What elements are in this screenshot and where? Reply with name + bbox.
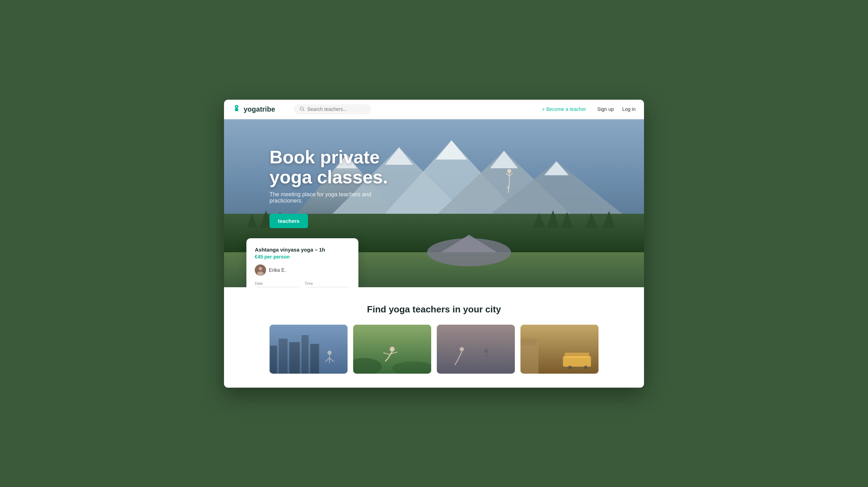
date-input[interactable] — [255, 287, 300, 287]
search-bar[interactable] — [294, 104, 371, 114]
city-card-4[interactable] — [520, 325, 598, 374]
booking-card: Ashtanga vinyasa yoga – 1h €45 per perso… — [246, 238, 358, 287]
city-card-3[interactable] — [437, 325, 515, 374]
section-title: Find yoga teachers in your city — [270, 304, 598, 315]
city-card-bg-1 — [270, 325, 348, 374]
svg-point-0 — [236, 106, 237, 107]
login-button[interactable]: Log in — [622, 106, 636, 112]
booking-teacher-row: Erika E. — [255, 264, 350, 276]
teacher-name: Erika E. — [269, 267, 286, 273]
svg-point-52 — [460, 347, 464, 351]
search-icon — [300, 106, 304, 112]
city-card-bg-2 — [353, 325, 431, 374]
svg-point-34 — [257, 271, 264, 276]
logo-text: yogatribe — [244, 105, 275, 113]
svg-point-33 — [259, 267, 262, 270]
city-section: Find yoga teachers in your city — [224, 287, 644, 388]
become-teacher-link[interactable]: + Become a teacher — [542, 106, 586, 112]
svg-rect-59 — [565, 353, 589, 358]
date-field-group: Date — [255, 281, 300, 287]
logo-icon — [232, 104, 241, 114]
svg-rect-51 — [437, 325, 515, 374]
hero-subtitle: The meeting place for yoga teachers and … — [270, 191, 402, 204]
time-label: Time — [304, 281, 350, 285]
svg-rect-36 — [270, 346, 277, 374]
svg-rect-57 — [520, 339, 537, 346]
hero-section: Book private yoga classes. The meeting p… — [224, 119, 644, 287]
svg-rect-56 — [520, 342, 539, 374]
time-field-group: Time — [304, 281, 350, 287]
hero-title: Book private yoga classes. — [270, 147, 424, 187]
city-cards-row — [270, 325, 598, 374]
hero-cta-row: teachers — [270, 214, 644, 228]
svg-point-61 — [584, 366, 588, 369]
teacher-avatar — [255, 264, 266, 276]
svg-point-41 — [328, 351, 332, 355]
explore-teachers-button[interactable]: teachers — [270, 214, 308, 228]
svg-point-60 — [568, 366, 572, 369]
svg-line-2 — [303, 110, 304, 111]
booking-card-price: €45 per person — [255, 254, 350, 260]
city-card-2[interactable] — [353, 325, 431, 374]
city-card-1[interactable] — [270, 325, 348, 374]
signup-button[interactable]: Sign up — [597, 106, 614, 112]
booking-card-title: Ashtanga vinyasa yoga – 1h — [255, 247, 350, 253]
svg-rect-38 — [289, 342, 300, 374]
svg-point-53 — [484, 349, 489, 353]
search-input[interactable] — [307, 106, 363, 112]
svg-rect-37 — [279, 339, 288, 374]
svg-rect-39 — [302, 335, 309, 374]
navigation: yogatribe + Become a teacher Sign up Log… — [224, 100, 644, 119]
city-card-bg-3 — [437, 325, 515, 374]
date-label: Date — [255, 281, 300, 285]
logo[interactable]: yogatribe — [232, 104, 288, 114]
hero-content: Book private yoga classes. The meeting p… — [224, 119, 644, 228]
svg-point-48 — [390, 347, 395, 352]
time-input[interactable] — [304, 287, 350, 287]
browser-window: yogatribe + Become a teacher Sign up Log… — [224, 100, 644, 388]
city-card-bg-4 — [520, 325, 598, 374]
booking-date-time-fields: Date Time — [255, 281, 350, 287]
svg-rect-40 — [310, 344, 319, 374]
